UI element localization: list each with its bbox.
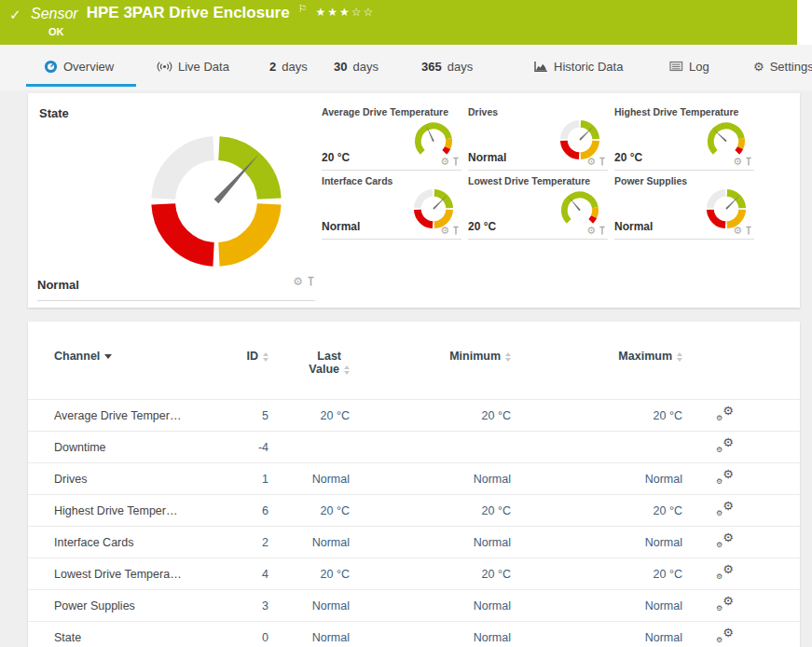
small-gear-icon: ⚙ (716, 637, 723, 644)
channel-actions-cell: ⚙ ⚙ (682, 628, 800, 647)
channel-id-cell: 1 (213, 473, 268, 486)
pin-icon[interactable] (745, 157, 752, 167)
tab-historic-data[interactable]: Historic Data (533, 45, 623, 88)
gear-icon: ⚙ (753, 60, 764, 74)
area-chart-icon (533, 61, 548, 73)
table-row: Highest Drive Temper… 6 20 °C 20 °C 20 °… (28, 494, 800, 526)
channel-gauge-value: 20 °C (468, 220, 496, 233)
channel-settings-gears-icon[interactable]: ⚙ ⚙ (716, 628, 734, 644)
channel-gauge-tile[interactable]: Drives Normal ⚙ (468, 104, 608, 171)
pin-icon[interactable] (452, 226, 460, 236)
table-body: Average Drive Temper… 5 20 °C 20 °C 20 °… (28, 399, 800, 647)
big-gear-icon: ⚙ (723, 436, 734, 448)
channel-maximum-cell: Normal (511, 536, 682, 549)
channel-name-cell[interactable]: Average Drive Temper… (54, 409, 213, 422)
gauge-settings-icon[interactable]: ⚙ (293, 276, 303, 287)
channel-name-cell[interactable]: Drives (54, 473, 213, 486)
pin-icon[interactable] (599, 157, 606, 167)
channel-name-cell[interactable]: Interface Cards (54, 536, 213, 549)
col-header-label: Maximum (618, 350, 672, 363)
channel-id-cell: 2 (213, 536, 268, 549)
col-header-label: Channel (54, 350, 100, 363)
gauge-settings-icon[interactable]: ⚙ (586, 157, 596, 167)
col-header-minimum[interactable]: Minimum (350, 350, 511, 363)
small-gear-icon: ⚙ (716, 447, 723, 454)
big-gear-icon: ⚙ (723, 595, 734, 607)
col-header-label: Value (309, 363, 339, 376)
status-check-icon: ✓ (9, 7, 21, 23)
tab-overview[interactable]: Overview (44, 45, 114, 88)
channel-settings-gears-icon[interactable]: ⚙ ⚙ (716, 565, 734, 581)
tab-label: Overview (63, 60, 114, 74)
col-header-label: Last (317, 350, 341, 363)
channel-last-value-cell: Normal (268, 536, 350, 549)
tab-365-days[interactable]: 365 days (421, 45, 473, 88)
channel-name-cell[interactable]: State (54, 631, 213, 644)
channel-gauge-tile[interactable]: Average Drive Temperature 20 °C ⚙ (322, 104, 461, 171)
channel-id-cell: 0 (213, 631, 268, 644)
gauge-settings-icon[interactable]: ⚙ (586, 226, 596, 236)
channel-gauge-tile[interactable]: Power Supplies Normal ⚙ (614, 173, 754, 240)
pin-icon[interactable] (307, 276, 315, 287)
live-data-icon (157, 61, 172, 73)
page-title: HPE 3PAR Drive Enclosure (87, 4, 290, 22)
tab-settings[interactable]: ⚙ Settings (753, 45, 812, 88)
pin-icon[interactable] (599, 226, 606, 236)
small-gear-icon: ⚙ (716, 478, 723, 486)
channel-minimum-cell: Normal (350, 599, 511, 613)
gauge-settings-icon[interactable]: ⚙ (440, 157, 449, 167)
channel-settings-gears-icon[interactable]: ⚙ ⚙ (716, 502, 734, 517)
channel-maximum-cell: Normal (511, 599, 682, 613)
tab-label: days (352, 60, 378, 74)
priority-flag-icon[interactable]: ⚐ (298, 3, 308, 15)
big-gear-icon: ⚙ (723, 531, 734, 544)
channel-actions-cell: ⚙ ⚙ (682, 565, 800, 584)
tile-icons: ⚙ (440, 226, 460, 236)
channel-id-cell: 4 (213, 568, 268, 581)
channel-last-value-cell: 20 °C (268, 504, 350, 517)
small-gear-icon: ⚙ (716, 573, 723, 581)
channel-settings-gears-icon[interactable]: ⚙ ⚙ (716, 406, 734, 422)
gauge-settings-icon[interactable]: ⚙ (440, 226, 449, 236)
channel-settings-gears-icon[interactable]: ⚙ ⚙ (716, 438, 734, 454)
pin-icon[interactable] (745, 226, 752, 236)
priority-stars[interactable]: ★★★☆☆ (316, 6, 376, 19)
channel-actions-cell: ⚙ ⚙ (682, 406, 800, 425)
channel-settings-gears-icon[interactable]: ⚙ ⚙ (716, 533, 734, 549)
gauge-settings-icon[interactable]: ⚙ (733, 157, 742, 167)
channel-name-cell[interactable]: Lowest Drive Tempera… (54, 568, 213, 581)
state-gauge[interactable] (136, 121, 296, 282)
channel-minimum-cell: 20 °C (350, 568, 511, 581)
tab-30-days[interactable]: 30 days (334, 45, 378, 88)
col-header-maximum[interactable]: Maximum (511, 350, 682, 363)
channel-name-cell[interactable]: Downtime (54, 441, 213, 454)
col-header-channel[interactable]: Channel (54, 350, 213, 363)
channel-settings-gears-icon[interactable]: ⚙ ⚙ (716, 470, 734, 486)
channel-last-value-cell: Normal (268, 599, 350, 613)
table-row: Average Drive Temper… 5 20 °C 20 °C 20 °… (28, 399, 800, 431)
channel-maximum-cell: Normal (511, 631, 682, 644)
channel-name-cell[interactable]: Power Supplies (54, 599, 213, 613)
gauge-settings-icon[interactable]: ⚙ (733, 226, 742, 236)
small-gear-icon: ⚙ (716, 605, 723, 613)
pin-icon[interactable] (452, 157, 460, 167)
tab-2-days[interactable]: 2 days (269, 45, 308, 88)
channel-id-cell: 5 (213, 409, 268, 422)
channel-gauge-tile[interactable]: Interface Cards Normal ⚙ (322, 173, 461, 240)
tab-number: 2 (269, 60, 276, 74)
channel-gauge-tile[interactable]: Highest Drive Temperature 20 °C ⚙ (614, 104, 754, 171)
col-header-id[interactable]: ID (213, 350, 268, 363)
channel-gauge-tile[interactable]: Lowest Drive Temperature 20 °C ⚙ (468, 173, 608, 240)
big-gear-icon: ⚙ (723, 468, 734, 480)
col-header-last-value[interactable]: Last Value (268, 350, 350, 376)
channel-actions-cell: ⚙ ⚙ (682, 470, 800, 489)
big-gear-icon: ⚙ (723, 500, 734, 512)
sensor-title-row: Sensor HPE 3PAR Drive Enclosure ⚐ ★★★☆☆ (31, 4, 375, 22)
channel-name-cell[interactable]: Highest Drive Temper… (54, 504, 213, 517)
tab-live-data[interactable]: Live Data (157, 45, 229, 88)
channel-settings-gears-icon[interactable]: ⚙ ⚙ (716, 597, 734, 613)
state-gauge-value: Normal (37, 278, 79, 292)
channel-gauge-value: 20 °C (614, 151, 642, 164)
tab-number: 30 (334, 60, 347, 74)
tab-log[interactable]: Log (669, 45, 709, 88)
